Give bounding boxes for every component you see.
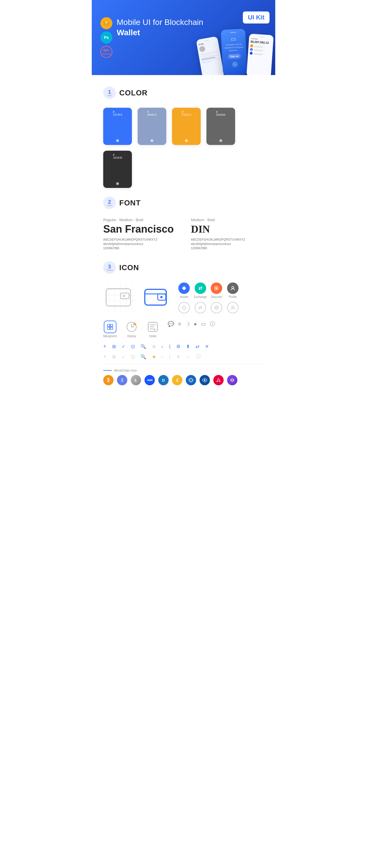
phone-right: myWallet $6,297,502.12 bbox=[246, 33, 274, 75]
edit-icon: ⊞ bbox=[112, 344, 116, 349]
profile-icon-item: Profile bbox=[226, 282, 239, 299]
svg-point-24 bbox=[216, 287, 217, 289]
svg-rect-30 bbox=[107, 324, 110, 327]
svg-point-28 bbox=[216, 307, 217, 308]
qr-icon: ⊡ bbox=[131, 344, 135, 349]
info-icon-gray: ⓘ bbox=[196, 354, 201, 360]
star-icon-yellow: ★ bbox=[152, 354, 156, 360]
svg-point-46 bbox=[204, 379, 205, 381]
exchange-icon bbox=[195, 282, 206, 294]
svg-point-17 bbox=[123, 295, 125, 297]
color-section: 1 ONE COLOR #3574FA #8DA0C8 #F5A623 #666… bbox=[92, 75, 275, 194]
phone-middle: ▭ Character may be mastered in the good … bbox=[221, 29, 248, 75]
misc-icons-row: 💬 ≡ ☽ ● ▭ ⓘ bbox=[168, 320, 215, 328]
check-icon-gray: ✓ bbox=[121, 354, 125, 360]
color-section-title: COLOR bbox=[119, 89, 148, 97]
layers-icon: ≡ bbox=[178, 321, 181, 327]
font-din: Medium · Bold DIN ABCDEFGHIJKLMNOPQRSTUV… bbox=[191, 218, 245, 250]
order-nav-icon: Order bbox=[146, 320, 159, 338]
icon-section-title: ICON bbox=[119, 263, 139, 272]
settings-icon: ⚙ bbox=[176, 344, 180, 349]
forward-icon-gray: → bbox=[186, 354, 190, 360]
info-icon: ⓘ bbox=[210, 320, 215, 328]
svg-rect-31 bbox=[110, 324, 113, 327]
chat-icon: 💬 bbox=[168, 321, 174, 327]
discover-icon bbox=[211, 282, 222, 294]
zcash-icon: Z bbox=[172, 375, 182, 385]
svg-marker-44 bbox=[190, 379, 192, 381]
back-icon-gray: ‹ bbox=[162, 354, 163, 360]
upload-icon: ⬆ bbox=[186, 344, 190, 349]
svg-marker-43 bbox=[189, 378, 193, 382]
font-section: 2 TWO FONT Regular · Medium · Bold San F… bbox=[92, 194, 275, 258]
message-icon: ▭ bbox=[201, 321, 206, 327]
swatch-orange: #F5A623 bbox=[172, 108, 201, 145]
tool-icons-colored: + ⊞ ✓ ⊡ 🔍 ☆ ‹ ⟨ ⚙ ⬆ ⇄ ✕ bbox=[103, 343, 264, 349]
profile-outline-icon bbox=[227, 302, 238, 313]
assets-icon bbox=[178, 282, 190, 294]
swatch-grayblue: #8DA0C8 bbox=[138, 108, 166, 145]
order-icon bbox=[146, 320, 159, 333]
history-nav-icon: ! History bbox=[125, 320, 138, 338]
share-icon: ⟨ bbox=[169, 344, 171, 349]
svg-point-27 bbox=[215, 306, 219, 310]
hero-section: UI Kit Ps 60+ Screens Mob bbox=[92, 0, 275, 75]
svg-rect-33 bbox=[110, 327, 113, 330]
wallet-icon-colored bbox=[143, 286, 169, 310]
swatch-dark: #303030 bbox=[103, 151, 132, 188]
qr-icon-gray: ⊡ bbox=[131, 354, 135, 360]
bottom-nav-row: Mangment ! History bbox=[103, 320, 264, 338]
waves-icon bbox=[144, 375, 155, 385]
circle-icon: ● bbox=[194, 321, 197, 327]
exchange-outline-icon bbox=[195, 302, 206, 313]
grid-icon bbox=[186, 375, 196, 385]
exchange-icon-outline bbox=[194, 302, 206, 313]
icon-section: 3 THREE ICON bbox=[92, 258, 275, 394]
screens-badge: 60+ Screens bbox=[101, 46, 112, 58]
hero-title: Mobile UI for Blockchain Wallet bbox=[117, 17, 208, 38]
font-section-title: FONT bbox=[119, 198, 141, 208]
ethereum-icon: Ξ bbox=[117, 375, 127, 385]
icon-main-row: Assets Exchange Discover Profile bbox=[103, 282, 264, 313]
section-number-1: 1 ONE bbox=[103, 87, 116, 99]
search-icon: 🔍 bbox=[140, 344, 146, 349]
edit-icon-gray: ⊞ bbox=[112, 354, 116, 360]
profile-icon-outline bbox=[226, 302, 239, 313]
font-grid: Regular · Medium · Bold San Francisco AB… bbox=[103, 218, 264, 250]
check-icon: ✓ bbox=[121, 344, 125, 349]
ps-badge: Ps bbox=[101, 32, 112, 43]
discover-icon-outline bbox=[210, 302, 223, 313]
discover-outline-icon bbox=[211, 302, 222, 313]
svg-marker-22 bbox=[182, 286, 186, 290]
swap-icon: ⇄ bbox=[196, 344, 199, 349]
blockchain-line bbox=[103, 370, 112, 371]
swatch-gray: #666666 bbox=[206, 108, 235, 145]
color-swatches-container: #3574FA #8DA0C8 #F5A623 #666666 #303030 bbox=[103, 108, 264, 188]
management-icon bbox=[104, 320, 116, 333]
back-icon: ‹ bbox=[162, 344, 163, 349]
svg-marker-26 bbox=[182, 306, 186, 310]
blockchain-icon-label: BlockChain Icon bbox=[103, 369, 264, 372]
svg-point-25 bbox=[232, 286, 234, 288]
svg-text:!: ! bbox=[135, 324, 135, 326]
svg-rect-32 bbox=[107, 327, 110, 330]
sketch-badge bbox=[101, 17, 112, 29]
section-number-3: 3 THREE bbox=[103, 261, 116, 274]
profile-icon bbox=[227, 282, 238, 294]
plus-icon: + bbox=[103, 343, 106, 349]
exchange-icon-item: Exchange bbox=[194, 282, 206, 299]
wallet-wireframe bbox=[103, 284, 135, 312]
svg-point-20 bbox=[160, 296, 163, 298]
litecoin-icon: Ł bbox=[131, 375, 141, 385]
close-icon: ✕ bbox=[205, 344, 209, 349]
svg-rect-18 bbox=[145, 289, 166, 305]
share-icon-gray: ⟨ bbox=[169, 354, 171, 360]
matic-icon bbox=[227, 375, 237, 385]
star-icon: ☆ bbox=[152, 344, 156, 349]
crypto-icons-row: ₿ Ξ Ł D Z bbox=[103, 375, 264, 385]
moon-icon: ☽ bbox=[185, 321, 190, 327]
svg-point-29 bbox=[232, 306, 234, 308]
ui-kit-badge: UI Kit bbox=[243, 11, 270, 24]
assets-icon-outline bbox=[178, 302, 190, 313]
nav-icons-colored: Assets Exchange Discover Profile bbox=[178, 282, 239, 313]
